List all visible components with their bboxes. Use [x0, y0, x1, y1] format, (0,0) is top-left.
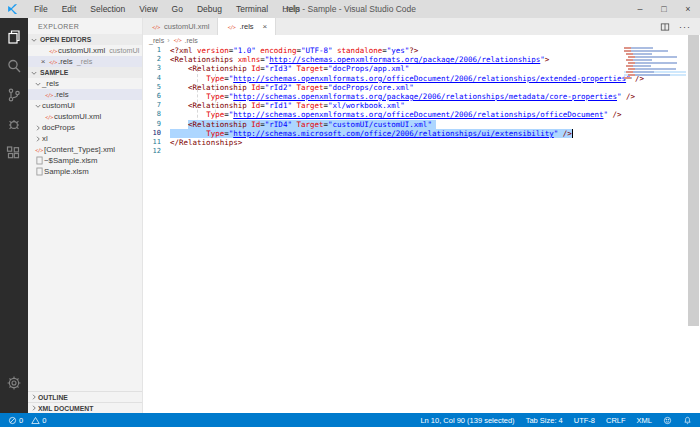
close-icon[interactable]: ×	[38, 57, 48, 66]
activity-explorer-icon[interactable]	[0, 22, 28, 51]
chevron-down-icon	[30, 69, 38, 77]
vertical-scrollbar[interactable]	[688, 35, 699, 326]
line-number: 6	[143, 92, 170, 101]
activity-extensions-icon[interactable]	[0, 138, 28, 167]
breadcrumb-separator: ›	[167, 37, 169, 44]
file-tree: _rels</>.relscustomUI</>customUI.xmldocP…	[28, 78, 142, 177]
breadcrumb: _rels›</>.rels	[143, 35, 700, 45]
gear-icon[interactable]	[0, 368, 28, 397]
open-editors-list: </>customUI.xmlcustomUI×</>.rels_rels	[28, 45, 142, 67]
window-controls: – □ ×	[628, 0, 700, 18]
code-line[interactable]: 12	[143, 147, 700, 156]
menu-selection[interactable]: Selection	[83, 0, 132, 18]
tree-item-label: customUI.xml	[54, 112, 101, 121]
tree-item[interactable]: ~$Sample.xlsm	[28, 155, 142, 166]
explorer-sidebar: EXPLORER OPEN EDITORS </>customUI.xmlcus…	[28, 18, 143, 413]
tab--rels[interactable]: </>.rels×	[218, 18, 276, 35]
status-indentation[interactable]: Tab Size: 4	[526, 416, 563, 425]
tree-item[interactable]: xl	[28, 133, 142, 144]
title-bar: FileEditSelectionViewGoDebugTerminalHelp…	[0, 0, 700, 18]
split-editor-icon[interactable]	[660, 18, 670, 36]
code-line[interactable]: 2<Relationships xmlns="http://schemas.op…	[143, 55, 700, 64]
status-language-mode[interactable]: XML	[637, 416, 652, 425]
notifications-icon[interactable]	[683, 416, 692, 425]
minimap[interactable]	[624, 47, 678, 83]
minimap-line	[624, 71, 686, 73]
more-actions-icon[interactable]: ···	[679, 22, 691, 32]
tab-customui-xml[interactable]: </>customUI.xml	[143, 18, 218, 35]
close-button[interactable]: ×	[676, 0, 700, 18]
tree-item-label: _rels	[42, 79, 59, 88]
code-line[interactable]: 11</Relationships>	[143, 138, 700, 147]
project-section-header[interactable]: SAMPLE	[28, 67, 142, 78]
status-eol[interactable]: CRLF	[606, 416, 626, 425]
menu-debug[interactable]: Debug	[190, 0, 229, 18]
breadcrumb-item[interactable]: </>.rels	[173, 37, 198, 44]
editor-group: </>customUI.xml</>.rels× ··· _rels›</>.r…	[143, 18, 700, 413]
tree-item[interactable]: </>.rels	[28, 89, 142, 100]
activity-debug-icon[interactable]	[0, 109, 28, 138]
tree-item[interactable]: _rels	[28, 78, 142, 89]
minimap-line	[624, 74, 686, 76]
section-label: XML DOCUMENT	[38, 405, 93, 412]
code-line[interactable]: 3 <Relationship Id="rId3" Target="docPro…	[143, 64, 700, 73]
close-icon[interactable]: ×	[263, 22, 268, 31]
menu-help[interactable]: Help	[275, 0, 306, 18]
code-line[interactable]: 1<?xml version="1.0" encoding="UTF-8" st…	[143, 46, 700, 55]
chevron-right-icon	[30, 393, 38, 401]
tree-item[interactable]: docProps	[28, 122, 142, 133]
breadcrumb-item[interactable]: _rels	[149, 37, 164, 44]
line-number: 12	[143, 147, 170, 156]
tree-item[interactable]: </>[Content_Types].xml	[28, 144, 142, 155]
line-content: <?xml version="1.0" encoding="UTF-8" sta…	[170, 46, 418, 55]
line-content: </Relationships>	[170, 138, 242, 147]
minimap-line	[624, 53, 678, 55]
tree-item[interactable]: customUI	[28, 100, 142, 111]
open-editor-item[interactable]: ×</>.rels_rels	[28, 56, 142, 67]
activity-search-icon[interactable]	[0, 51, 28, 80]
code-line[interactable]: 7 <Relationship Id="rId1" Target="xl/wor…	[143, 101, 700, 110]
tree-item-label: customUI	[42, 101, 75, 110]
tree-item-label: xl	[42, 134, 48, 143]
code-line[interactable]: 4 Type="http://schemas.openxmlformats.or…	[143, 74, 700, 83]
maximize-button[interactable]: □	[652, 0, 676, 18]
feedback-icon[interactable]	[663, 416, 672, 425]
line-number: 1	[143, 46, 170, 55]
open-editor-item[interactable]: </>customUI.xmlcustomUI	[28, 45, 142, 56]
code-line[interactable]: 10 Type="http://schemas.microsoft.com/of…	[143, 129, 700, 138]
menu-edit[interactable]: Edit	[55, 0, 84, 18]
warning-icon	[31, 416, 40, 425]
xml-file-icon: </>	[173, 37, 183, 43]
code-editor[interactable]: 1<?xml version="1.0" encoding="UTF-8" st…	[143, 45, 700, 413]
status-warning-count[interactable]: 0	[31, 416, 46, 425]
minimize-button[interactable]: –	[628, 0, 652, 18]
menu-terminal[interactable]: Terminal	[229, 0, 275, 18]
menu-view[interactable]: View	[132, 0, 164, 18]
minimap-line	[624, 68, 678, 70]
menu-file[interactable]: File	[27, 0, 55, 18]
line-number: 4	[143, 74, 170, 83]
code-line[interactable]: 5 <Relationship Id="rId2" Target="docPro…	[143, 83, 700, 92]
status-encoding[interactable]: UTF-8	[574, 416, 595, 425]
open-editors-header[interactable]: OPEN EDITORS	[28, 34, 142, 45]
line-content: Type="http://schemas.openxmlformats.org/…	[170, 110, 622, 119]
chevron-right-icon	[34, 135, 42, 143]
status-error-count[interactable]: 0	[8, 416, 23, 425]
section-xml-document[interactable]: XML DOCUMENT	[28, 402, 142, 413]
code-line[interactable]: 9 <Relationship Id="rID4" Target="custom…	[143, 120, 700, 129]
menu-go[interactable]: Go	[165, 0, 190, 18]
status-right: Ln 10, Col 90 (139 selected)Tab Size: 4U…	[420, 416, 692, 425]
code-line[interactable]: 8 Type="http://schemas.openxmlformats.or…	[143, 110, 700, 119]
section-outline[interactable]: OUTLINE	[28, 391, 142, 402]
chevron-down-icon	[34, 102, 42, 110]
tree-item[interactable]: Sample.xlsm	[28, 166, 142, 177]
open-editor-folder: customUI	[109, 46, 139, 55]
workbench: EXPLORER OPEN EDITORS </>customUI.xmlcus…	[0, 18, 700, 413]
minimap-line	[624, 47, 678, 49]
line-number: 10	[143, 129, 170, 138]
status-cursor-position[interactable]: Ln 10, Col 90 (139 selected)	[420, 416, 514, 425]
code-line[interactable]: 6 Type="http://schemas.openxmlformats.or…	[143, 92, 700, 101]
tree-item[interactable]: </>customUI.xml	[28, 111, 142, 122]
activity-source-control-icon[interactable]	[0, 80, 28, 109]
xml-file-icon: </>	[48, 48, 58, 54]
